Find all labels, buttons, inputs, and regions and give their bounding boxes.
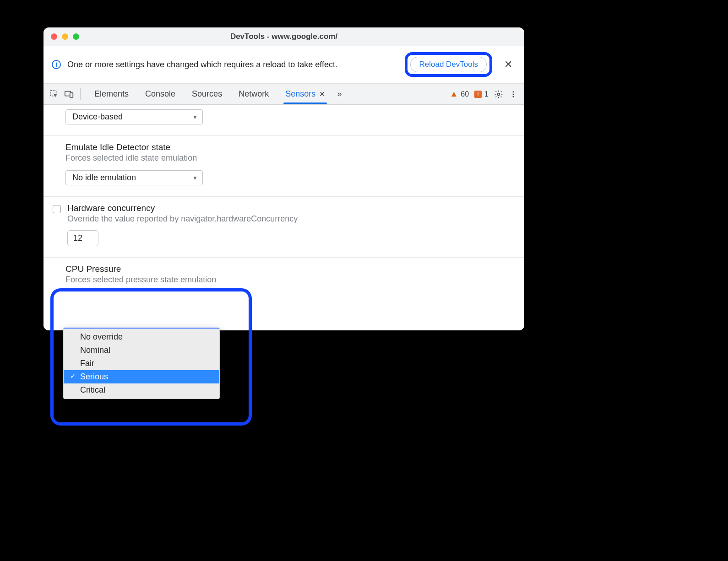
errors-count: 1 [484, 90, 489, 98]
tab-network[interactable]: Network [231, 85, 276, 103]
reload-devtools-button[interactable]: Reload DevTools [410, 57, 487, 72]
hw-concurrency-checkbox[interactable] [53, 205, 61, 213]
chevron-down-icon: ▼ [192, 175, 198, 181]
section-cpu-pressure: CPU Pressure Forces selected pressure st… [43, 258, 524, 330]
cpu-option-no-override[interactable]: No override [64, 330, 219, 344]
settings-icon[interactable] [492, 88, 505, 101]
cpu-title: CPU Pressure [65, 264, 514, 274]
tab-sensors-label: Sensors [285, 89, 315, 99]
device-toolbar-icon[interactable] [63, 88, 76, 101]
section-idle-detector: Emulate Idle Detector state Forces selec… [43, 136, 524, 197]
window-minimize-button[interactable] [62, 33, 68, 40]
svg-point-5 [513, 93, 514, 95]
warnings-count: 60 [461, 90, 469, 98]
tabs-overflow-button[interactable]: » [334, 89, 344, 99]
cpu-option-serious[interactable]: Serious [64, 370, 219, 383]
section-hardware-concurrency: Hardware concurrency Override the value … [43, 197, 524, 258]
idle-title: Emulate Idle Detector state [65, 142, 514, 152]
cpu-option-critical[interactable]: Critical [64, 383, 219, 397]
window-close-button[interactable] [51, 33, 57, 40]
inspect-element-icon[interactable] [48, 88, 61, 101]
reload-highlight: Reload DevTools [405, 52, 492, 77]
error-icon: ! [474, 91, 482, 98]
window-title: DevTools - www.google.com/ [43, 32, 524, 41]
svg-point-6 [513, 96, 514, 97]
device-based-select[interactable]: Device-based ▼ [65, 109, 203, 124]
idle-value: No idle emulation [72, 173, 136, 183]
titlebar: DevTools - www.google.com/ [43, 27, 524, 46]
chevron-down-icon: ▼ [192, 114, 198, 120]
info-icon: i [52, 60, 61, 69]
hw-title: Hardware concurrency [67, 203, 298, 213]
tab-elements[interactable]: Elements [87, 85, 136, 103]
cpu-subtitle: Forces selected pressure state emulation [65, 275, 514, 285]
more-menu-icon[interactable] [507, 88, 520, 101]
tab-close-icon[interactable]: ✕ [319, 90, 325, 98]
infobar: i One or more settings have changed whic… [43, 46, 524, 84]
errors-indicator[interactable]: ! 1 [473, 90, 490, 98]
cpu-pressure-dropdown: No override Nominal Fair Serious Critica… [63, 328, 220, 399]
tab-sensors[interactable]: Sensors ✕ [278, 85, 332, 103]
cpu-option-nominal[interactable]: Nominal [64, 344, 219, 357]
tab-console[interactable]: Console [138, 85, 183, 103]
tab-sources[interactable]: Sources [185, 85, 229, 103]
tabbar: Elements Console Sources Network Sensors… [43, 84, 524, 105]
warning-icon: ▲ [450, 89, 458, 99]
hw-subtitle: Override the value reported by navigator… [67, 214, 298, 224]
section-device-based: Device-based ▼ [43, 105, 524, 136]
hw-concurrency-input[interactable] [67, 230, 98, 246]
svg-point-3 [498, 93, 500, 95]
svg-point-4 [513, 91, 514, 92]
separator [80, 88, 81, 100]
idle-subtitle: Forces selected idle state emulation [65, 153, 514, 163]
cpu-option-fair[interactable]: Fair [64, 357, 219, 370]
infobar-message: One or more settings have changed which … [67, 60, 401, 70]
idle-select[interactable]: No idle emulation ▼ [65, 170, 203, 185]
devtools-window: DevTools - www.google.com/ i One or more… [43, 27, 524, 330]
traffic-lights [43, 33, 79, 40]
infobar-close-button[interactable]: ✕ [500, 57, 516, 72]
device-based-value: Device-based [72, 112, 123, 122]
warnings-indicator[interactable]: ▲ 60 [448, 89, 471, 99]
sensors-panel: Device-based ▼ Emulate Idle Detector sta… [43, 105, 524, 330]
window-maximize-button[interactable] [73, 33, 79, 40]
svg-rect-2 [70, 92, 73, 97]
